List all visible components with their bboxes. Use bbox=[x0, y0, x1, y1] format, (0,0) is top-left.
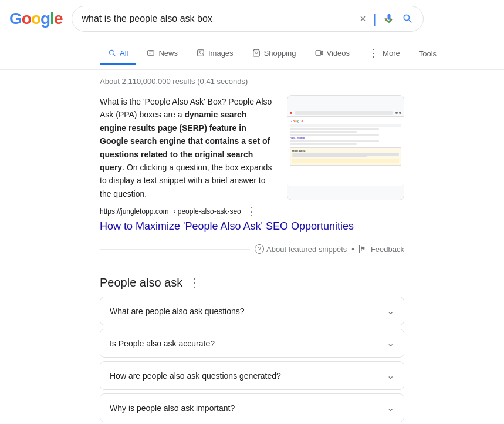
nav-item-shopping[interactable]: Shopping bbox=[244, 43, 305, 65]
logo-e: e bbox=[54, 9, 63, 28]
search-icon bbox=[402, 13, 414, 25]
logo-g: G bbox=[9, 9, 22, 28]
featured-snippet: What is the 'People Also Ask' Box? Peopl… bbox=[100, 95, 404, 200]
source-options-icon[interactable]: ⋮ bbox=[246, 205, 256, 218]
header: Google what is the people also ask box ×… bbox=[0, 0, 504, 38]
paa-item-2: Is People also ask accurate? ⌄ bbox=[100, 329, 404, 358]
source-domain: https://jungletopp.com bbox=[100, 207, 168, 216]
snippet-feedback-link[interactable]: ⚑ Feedback bbox=[359, 245, 404, 254]
main-content: About 2,110,000,000 results (0.41 second… bbox=[0, 70, 504, 424]
nav-bar: All News Images Shopping Videos ⋮ More T… bbox=[0, 38, 504, 70]
mic-icon bbox=[383, 13, 395, 25]
search-bar: what is the people also ask box × | bbox=[72, 6, 424, 32]
chevron-down-icon-1: ⌄ bbox=[387, 305, 394, 317]
chevron-down-icon-3: ⌄ bbox=[387, 370, 394, 381]
svg-line-1 bbox=[114, 55, 116, 56]
chevron-down-icon-4: ⌄ bbox=[387, 402, 394, 413]
paa-item-3: How are people also ask questions genera… bbox=[100, 361, 404, 390]
logo-o2: o bbox=[31, 9, 40, 28]
source-url: https://jungletopp.com › people-also-ask… bbox=[100, 205, 404, 218]
paa-item-1: What are people also ask questions? ⌄ bbox=[100, 297, 404, 325]
nav-item-images[interactable]: Images bbox=[188, 43, 242, 65]
help-icon: ? bbox=[255, 244, 264, 254]
all-icon bbox=[108, 49, 116, 57]
result-link[interactable]: How to Maximize 'People Also Ask' SEO Op… bbox=[100, 220, 404, 233]
logo-o1: o bbox=[22, 9, 31, 28]
paa-options-icon[interactable]: ⋮ bbox=[188, 275, 200, 290]
google-logo: Google bbox=[9, 9, 62, 28]
flag-icon: ⚑ bbox=[359, 245, 367, 253]
paa-item-4: Why is people also ask important? ⌄ bbox=[100, 393, 404, 422]
nav-item-all[interactable]: All bbox=[100, 43, 136, 65]
more-dots-icon: ⋮ bbox=[368, 46, 379, 59]
snippet-footer: ? About featured snippets • ⚑ Feedback bbox=[100, 240, 404, 261]
paa-title: People also ask bbox=[100, 276, 182, 290]
clear-icon[interactable]: × bbox=[360, 13, 366, 25]
results-count: About 2,110,000,000 results (0.41 second… bbox=[100, 77, 404, 86]
separator: • bbox=[351, 245, 354, 254]
paa-question-3[interactable]: How are people also ask questions genera… bbox=[100, 362, 404, 389]
mic-button[interactable] bbox=[383, 13, 395, 25]
logo-g2: g bbox=[40, 9, 50, 28]
tools-button[interactable]: Tools bbox=[411, 43, 445, 64]
shopping-icon bbox=[252, 49, 261, 57]
paa-question-4[interactable]: Why is people also ask important? ⌄ bbox=[100, 394, 404, 422]
svg-point-0 bbox=[109, 50, 114, 55]
nav-item-videos[interactable]: Videos bbox=[307, 43, 358, 65]
divider-line: | bbox=[373, 11, 377, 26]
paa-question-1[interactable]: What are people also ask questions? ⌄ bbox=[100, 297, 404, 325]
search-input[interactable]: what is the people also ask box bbox=[82, 14, 353, 24]
paa-section: People also ask ⋮ What are people also a… bbox=[100, 275, 404, 424]
paa-header: People also ask ⋮ bbox=[100, 275, 404, 290]
videos-icon bbox=[315, 49, 323, 57]
chevron-down-icon-2: ⌄ bbox=[387, 338, 394, 349]
news-icon bbox=[147, 49, 155, 57]
nav-item-more[interactable]: ⋮ More bbox=[360, 41, 408, 67]
search-button[interactable] bbox=[402, 13, 414, 25]
snippet-image: G o o g l e Potato – Wikipedia bbox=[287, 95, 404, 200]
source-path: › people-also-ask-seo bbox=[173, 207, 241, 216]
about-snippets-link[interactable]: ? About featured snippets bbox=[255, 244, 347, 254]
images-icon bbox=[197, 49, 205, 57]
snippet-text: What is the 'People Also Ask' Box? Peopl… bbox=[100, 95, 275, 200]
nav-item-news[interactable]: News bbox=[138, 43, 186, 65]
snippet-text-end: . On clicking a question, the box expand… bbox=[100, 163, 272, 198]
svg-rect-8 bbox=[316, 51, 321, 55]
logo-l: l bbox=[50, 9, 54, 28]
svg-rect-5 bbox=[198, 50, 204, 56]
paa-question-2[interactable]: Is People also ask accurate? ⌄ bbox=[100, 329, 404, 357]
